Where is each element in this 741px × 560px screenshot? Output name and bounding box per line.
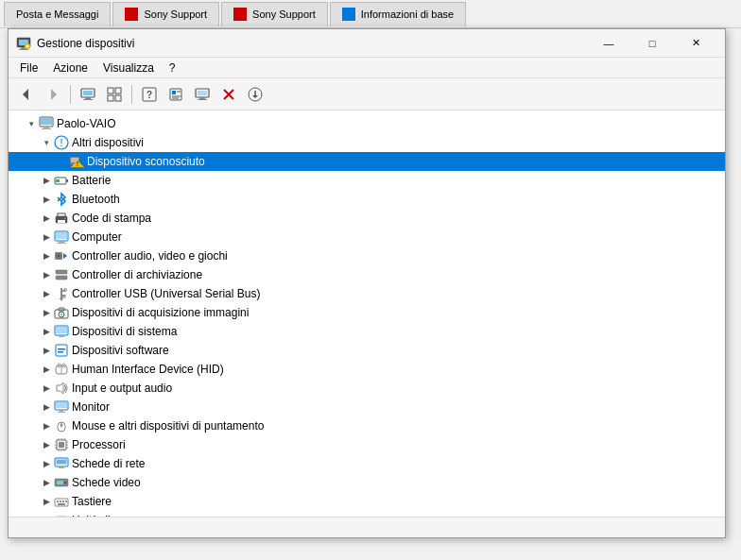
menu-help[interactable]: ? xyxy=(162,59,183,76)
audio-icon xyxy=(54,248,69,263)
taskbar-tab-3[interactable]: Sony Support xyxy=(221,2,328,26)
tastiere-expand-icon[interactable]: ▶ xyxy=(39,494,54,509)
tree-input-output-audio[interactable]: ▶ Input e output audio xyxy=(9,379,725,398)
mouse-expand-icon[interactable]: ▶ xyxy=(39,418,54,433)
taskbar-tab-1[interactable]: Posta e Messaggi xyxy=(4,2,111,26)
immagini-expand-icon[interactable]: ▶ xyxy=(39,305,54,320)
close-button[interactable]: ✕ xyxy=(674,29,717,58)
computer-icon xyxy=(39,116,54,131)
tree-controller-audio[interactable]: ▶ Controller audio, video e giochi xyxy=(9,246,725,265)
device-tree[interactable]: ▾ Paolo-VAIO ▾ xyxy=(9,110,725,517)
minimize-button[interactable]: — xyxy=(587,29,630,58)
update-button[interactable] xyxy=(243,82,267,107)
title-bar-icon xyxy=(16,36,31,51)
svg-marker-71 xyxy=(60,298,63,301)
tree-bluetooth[interactable]: ▶ Bluetooth xyxy=(9,190,725,209)
main-content: ▾ Paolo-VAIO ▾ xyxy=(9,110,725,517)
svg-rect-10 xyxy=(85,97,91,99)
audio-io-label: Input e output audio xyxy=(72,382,172,395)
video-expand-icon[interactable]: ▶ xyxy=(39,475,54,490)
svg-rect-37 xyxy=(42,128,51,129)
svg-rect-25 xyxy=(199,97,205,99)
root-expand-icon[interactable]: ▾ xyxy=(24,116,39,131)
tree-controller-archiviazione[interactable]: ▶ Controller di archiviazione xyxy=(9,265,725,284)
altri-expand-icon[interactable]: ▾ xyxy=(39,135,54,150)
tree-monitor[interactable]: ▶ Monitor xyxy=(9,398,725,416)
svg-rect-35 xyxy=(41,118,52,125)
svg-rect-12 xyxy=(108,88,113,93)
controller-audio-expand-icon[interactable]: ▶ xyxy=(39,248,54,263)
tree-acquisizione-immagini[interactable]: ▶ Dispositivi di acquisizione immagini xyxy=(9,303,725,322)
delete-button[interactable] xyxy=(216,82,241,107)
menu-azione[interactable]: Azione xyxy=(45,59,95,76)
tree-dispositivi-software[interactable]: ▶ Dispositivi software xyxy=(9,341,725,360)
tree-processori[interactable]: ▶ xyxy=(9,435,725,454)
monitor-label: Monitor xyxy=(72,400,110,414)
immagini-label: Dispositivi di acquisizione immagini xyxy=(72,306,249,319)
bluetooth-expand-icon[interactable]: ▶ xyxy=(39,192,54,207)
camera-icon xyxy=(54,305,69,320)
usb-expand-icon[interactable]: ▶ xyxy=(39,286,54,301)
taskbar-tab-4[interactable]: Informazioni di base xyxy=(330,2,466,26)
cpu-icon xyxy=(54,437,69,452)
mouse-label: Mouse e altri dispositivi di puntamento xyxy=(72,419,264,433)
network-icon xyxy=(54,456,69,471)
tree-altri-dispositivi[interactable]: ▾ ! Altri dispositivi xyxy=(9,133,725,152)
svg-point-64 xyxy=(64,271,66,273)
svg-rect-77 xyxy=(56,327,67,333)
tree-schede-rete[interactable]: ▶ Schede di rete xyxy=(9,454,725,473)
grid-view-button[interactable] xyxy=(102,82,127,107)
altri-label: Altri dispositivi xyxy=(72,136,144,149)
tree-computer[interactable]: ▶ Computer xyxy=(9,228,725,246)
monitor-expand-icon[interactable]: ▶ xyxy=(39,399,54,415)
toolbar-separator-1 xyxy=(70,85,71,104)
tree-controller-usb[interactable]: ▶ Controller USB (Universal Serial Bus) xyxy=(9,284,725,303)
audio-expand-icon[interactable]: ▶ xyxy=(39,381,54,396)
hid-expand-icon[interactable]: ▶ xyxy=(39,362,54,377)
svg-marker-61 xyxy=(63,253,67,259)
taskbar-tab-3-label: Sony Support xyxy=(252,8,316,20)
svg-marker-7 xyxy=(51,89,57,100)
computer-expand-icon[interactable]: ▶ xyxy=(39,229,54,245)
archiviazione-expand-icon[interactable]: ▶ xyxy=(39,267,54,282)
back-button[interactable] xyxy=(14,82,39,107)
svg-rect-15 xyxy=(115,95,121,101)
forward-button[interactable] xyxy=(41,82,65,107)
code-stampa-expand-icon[interactable]: ▶ xyxy=(39,211,54,226)
tree-hid[interactable]: ▶ Human Interface Device (HID) xyxy=(9,360,725,379)
dispositivo-label: Dispositivo sconosciuto xyxy=(87,155,205,168)
svg-rect-9 xyxy=(83,91,93,95)
tree-schede-video[interactable]: ▶ Schede video xyxy=(9,473,725,492)
tree-mouse[interactable]: ▶ Mouse e altri dispositivi di puntament… xyxy=(9,416,725,435)
taskbar-tab-2[interactable]: Sony Support xyxy=(112,2,219,26)
menu-file[interactable]: File xyxy=(12,59,45,76)
svg-rect-81 xyxy=(58,351,63,353)
sistema-label: Dispositivi di sistema xyxy=(72,325,177,338)
rete-expand-icon[interactable]: ▶ xyxy=(39,456,54,471)
tree-tastiere[interactable]: ▶ Tastiere xyxy=(9,492,725,511)
tree-dispositivi-sistema[interactable]: ▶ Dispositivi di sistema xyxy=(9,322,725,341)
svg-point-75 xyxy=(60,314,63,316)
taskbar-tab-1-label: Posta e Messaggi xyxy=(16,8,98,20)
software-expand-icon[interactable]: ▶ xyxy=(39,343,54,358)
tree-dispositivo-sconosciuto[interactable]: ! Dispositivo sconosciuto xyxy=(9,152,725,171)
tree-batterie[interactable]: ▶ Batterie xyxy=(9,171,725,190)
tree-code-stampa[interactable]: ▶ Code di stampa xyxy=(9,209,725,228)
menu-bar: File Azione Visualizza ? xyxy=(9,58,725,78)
processori-expand-icon[interactable]: ▶ xyxy=(39,437,54,452)
display-button[interactable] xyxy=(190,82,215,107)
taskbar: Posta e Messaggi Sony Support Sony Suppo… xyxy=(0,0,741,28)
sistema-expand-icon[interactable]: ▶ xyxy=(39,324,54,339)
computer-button[interactable] xyxy=(76,82,100,107)
svg-marker-47 xyxy=(61,194,65,205)
svg-text:!: ! xyxy=(77,161,78,167)
svg-rect-11 xyxy=(83,99,93,100)
menu-visualizza[interactable]: Visualizza xyxy=(95,59,162,76)
title-bar-controls: — □ ✕ xyxy=(587,29,717,58)
properties-button[interactable] xyxy=(164,82,188,107)
svg-rect-88 xyxy=(56,402,67,408)
batterie-expand-icon[interactable]: ▶ xyxy=(39,173,54,188)
tree-root[interactable]: ▾ Paolo-VAIO xyxy=(9,114,725,133)
help-button[interactable]: ? xyxy=(137,82,162,107)
maximize-button[interactable]: □ xyxy=(630,29,674,58)
